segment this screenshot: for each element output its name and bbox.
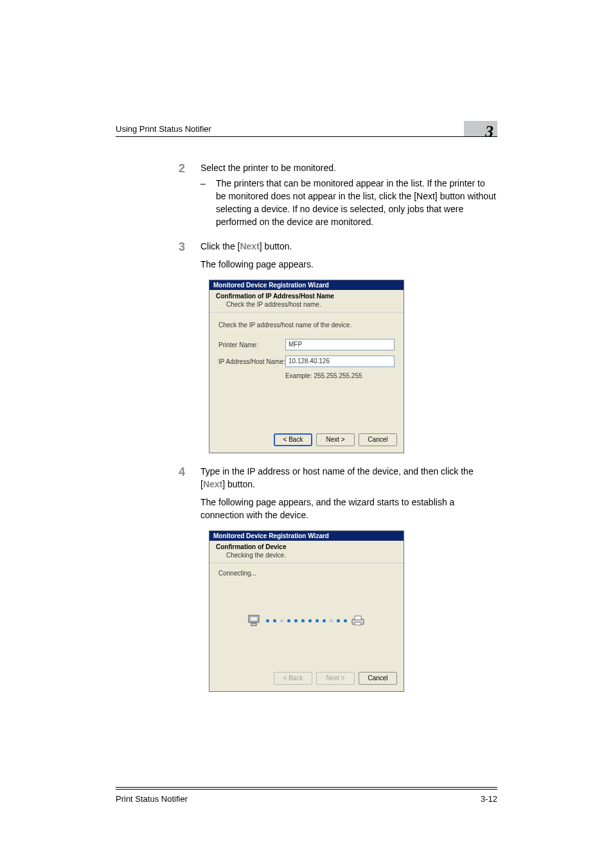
- next-button[interactable]: Next >: [316, 433, 355, 446]
- progress-dot: [287, 619, 290, 622]
- step-4: 4 Type in the IP address or host name of…: [116, 465, 497, 521]
- step-followup: The following page appears, and the wiza…: [200, 496, 497, 521]
- printer-name-row: Printer Name: MFP: [218, 339, 395, 350]
- progress-dot: [301, 619, 305, 622]
- step-subitem: – The printers that can be monitored app…: [200, 177, 497, 228]
- dash-icon: –: [200, 177, 216, 228]
- dialog-separator: [209, 563, 404, 563]
- wizard-dialog-ip: Monitored Device Registration Wizard Con…: [209, 280, 404, 453]
- dialog-body: [209, 577, 404, 667]
- progress-dot: [344, 619, 347, 622]
- dialog-subheading: Check the IP address/host name.: [209, 301, 404, 312]
- cancel-button[interactable]: Cancel: [359, 672, 397, 685]
- ip-hint: Example: 255.255.255.255: [285, 372, 395, 379]
- svg-rect-1: [250, 617, 258, 621]
- dialog-title: Monitored Device Registration Wizard: [209, 531, 404, 541]
- ip-label: IP Address/Host Name:: [218, 358, 285, 365]
- dialog-body: Check the IP address/host name of the de…: [209, 312, 404, 428]
- step-number: 3: [116, 240, 200, 271]
- progress-dot: [280, 619, 283, 622]
- step-subtext: The printers that can be monitored appea…: [216, 177, 497, 228]
- ip-input[interactable]: 10.128.40.126: [285, 356, 395, 367]
- printer-icon: [351, 614, 365, 627]
- progress-dot: [294, 619, 298, 622]
- progress-dot: [337, 619, 340, 622]
- wizard-dialog-connecting: Monitored Device Registration Wizard Con…: [209, 530, 404, 692]
- step-text: Select the printer to be monitored.: [200, 163, 336, 173]
- step-followup: The following page appears.: [200, 258, 497, 271]
- ip-row: IP Address/Host Name: 10.128.40.126: [218, 356, 395, 367]
- progress-row: [248, 614, 365, 627]
- printer-name-label: Printer Name:: [218, 341, 285, 348]
- connecting-label: Connecting...: [218, 570, 395, 577]
- progress-dot: [330, 619, 333, 622]
- dialog-buttons: < Back Next > Cancel: [209, 428, 404, 453]
- chapter-number: 3: [485, 122, 493, 141]
- computer-icon: [248, 614, 262, 627]
- svg-rect-5: [355, 622, 361, 625]
- step-body: Click the [Next] button. The following p…: [200, 240, 497, 271]
- cancel-button[interactable]: Cancel: [359, 433, 397, 446]
- progress-dot: [315, 619, 319, 622]
- section-title: Using Print Status Notifier: [116, 124, 211, 134]
- progress-dot: [273, 619, 276, 622]
- step-number: 2: [116, 161, 200, 228]
- progress-dot: [266, 619, 269, 622]
- screenshot-2: Monitored Device Registration Wizard Con…: [116, 530, 497, 692]
- dialog-buttons: < Back Next > Cancel: [209, 667, 404, 691]
- back-button: < Back: [274, 672, 312, 685]
- dialog-heading: Confirmation of IP Address/Host Name: [209, 290, 404, 301]
- progress-area: [218, 577, 395, 628]
- step-3: 3 Click the [Next] button. The following…: [116, 240, 497, 271]
- svg-rect-4: [355, 616, 361, 620]
- back-button[interactable]: < Back: [274, 433, 312, 446]
- dialog-subheading: Checking the device.: [209, 552, 404, 563]
- step-body: Select the printer to be monitored. – Th…: [200, 161, 497, 228]
- dialog-heading: Confirmation of Device: [209, 541, 404, 552]
- screenshot-1: Monitored Device Registration Wizard Con…: [116, 280, 497, 453]
- footer-rule: [116, 787, 497, 790]
- footer-product: Print Status Notifier: [116, 794, 188, 804]
- printer-name-input[interactable]: MFP: [285, 339, 395, 350]
- step-2: 2 Select the printer to be monitored. – …: [116, 161, 497, 228]
- next-inline: Next: [240, 241, 259, 251]
- step-text: Type in the IP address or host name of t…: [200, 466, 474, 489]
- step-body: Type in the IP address or host name of t…: [200, 465, 497, 521]
- footer-page: 3-12: [481, 794, 497, 804]
- dialog-title: Monitored Device Registration Wizard: [209, 280, 404, 290]
- step-number: 4: [116, 465, 200, 521]
- page: Using Print Status Notifier 3 2 Select t…: [0, 0, 613, 868]
- step-text: Click the [Next] button.: [200, 241, 292, 251]
- next-inline: Next: [203, 479, 222, 489]
- next-button: Next >: [316, 672, 355, 685]
- header-rule: Using Print Status Notifier 3: [116, 122, 497, 137]
- dialog-body-msg: Check the IP address/host name of the de…: [218, 321, 395, 329]
- progress-dot: [308, 619, 312, 622]
- svg-rect-2: [251, 623, 256, 626]
- progress-dot: [323, 619, 326, 622]
